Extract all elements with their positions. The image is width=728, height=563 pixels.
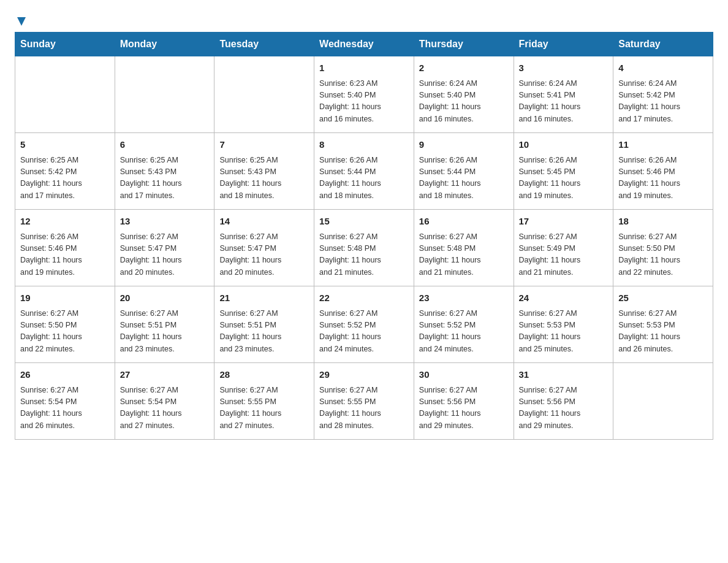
calendar-day-24: 24Sunrise: 6:27 AMSunset: 5:53 PMDayligh… (514, 286, 613, 363)
calendar-day-9: 9Sunrise: 6:26 AMSunset: 5:44 PMDaylight… (414, 133, 514, 210)
calendar-week-2: 5Sunrise: 6:25 AMSunset: 5:42 PMDaylight… (15, 133, 713, 210)
day-number: 27 (120, 368, 210, 382)
day-info: Sunrise: 6:27 AMSunset: 5:52 PMDaylight:… (419, 308, 509, 356)
day-number: 23 (419, 291, 509, 305)
day-info: Sunrise: 6:27 AMSunset: 5:55 PMDaylight:… (319, 385, 409, 432)
calendar-day-28: 28Sunrise: 6:27 AMSunset: 5:55 PMDayligh… (214, 363, 314, 440)
calendar-day-27: 27Sunrise: 6:27 AMSunset: 5:54 PMDayligh… (115, 363, 214, 440)
weekday-header-wednesday: Wednesday (314, 33, 414, 56)
day-number: 16 (419, 215, 509, 229)
calendar-table: SundayMondayTuesdayWednesdayThursdayFrid… (15, 32, 713, 440)
day-number: 10 (519, 138, 609, 152)
day-info: Sunrise: 6:26 AMSunset: 5:44 PMDaylight:… (419, 155, 509, 202)
calendar-day-29: 29Sunrise: 6:27 AMSunset: 5:55 PMDayligh… (314, 363, 414, 440)
calendar-week-4: 19Sunrise: 6:27 AMSunset: 5:50 PMDayligh… (15, 286, 713, 363)
calendar-day-21: 21Sunrise: 6:27 AMSunset: 5:51 PMDayligh… (214, 286, 314, 363)
day-info: Sunrise: 6:27 AMSunset: 5:56 PMDaylight:… (419, 385, 509, 432)
day-info: Sunrise: 6:24 AMSunset: 5:41 PMDaylight:… (519, 78, 609, 126)
calendar-day-26: 26Sunrise: 6:27 AMSunset: 5:54 PMDayligh… (15, 363, 115, 440)
day-info: Sunrise: 6:27 AMSunset: 5:50 PMDaylight:… (618, 231, 708, 279)
day-info: Sunrise: 6:25 AMSunset: 5:43 PMDaylight:… (219, 155, 309, 202)
day-info: Sunrise: 6:26 AMSunset: 5:44 PMDaylight:… (319, 155, 409, 202)
day-number: 7 (219, 138, 309, 152)
calendar-day-4: 4Sunrise: 6:24 AMSunset: 5:42 PMDaylight… (613, 56, 713, 133)
day-info: Sunrise: 6:27 AMSunset: 5:54 PMDaylight:… (120, 385, 210, 432)
day-info: Sunrise: 6:25 AMSunset: 5:43 PMDaylight:… (120, 155, 210, 202)
calendar-day-22: 22Sunrise: 6:27 AMSunset: 5:52 PMDayligh… (314, 286, 414, 363)
day-info: Sunrise: 6:27 AMSunset: 5:48 PMDaylight:… (419, 231, 509, 279)
calendar-day-25: 25Sunrise: 6:27 AMSunset: 5:53 PMDayligh… (613, 286, 713, 363)
day-number: 5 (20, 138, 110, 152)
calendar-empty-cell (613, 363, 713, 440)
calendar-empty-cell (214, 56, 314, 133)
logo (15, 15, 28, 25)
day-info: Sunrise: 6:27 AMSunset: 5:49 PMDaylight:… (519, 231, 609, 279)
day-info: Sunrise: 6:27 AMSunset: 5:55 PMDaylight:… (219, 385, 309, 432)
weekday-header-friday: Friday (514, 33, 613, 56)
day-number: 22 (319, 291, 409, 305)
day-number: 11 (618, 138, 708, 152)
day-info: Sunrise: 6:27 AMSunset: 5:54 PMDaylight:… (20, 385, 110, 432)
day-number: 25 (618, 291, 708, 305)
calendar-day-18: 18Sunrise: 6:27 AMSunset: 5:50 PMDayligh… (613, 210, 713, 286)
calendar-day-20: 20Sunrise: 6:27 AMSunset: 5:51 PMDayligh… (115, 286, 214, 363)
day-info: Sunrise: 6:26 AMSunset: 5:45 PMDaylight:… (519, 155, 609, 202)
calendar-day-10: 10Sunrise: 6:26 AMSunset: 5:45 PMDayligh… (514, 133, 613, 210)
calendar-day-1: 1Sunrise: 6:23 AMSunset: 5:40 PMDaylight… (314, 56, 414, 133)
day-number: 13 (120, 215, 210, 229)
day-info: Sunrise: 6:24 AMSunset: 5:42 PMDaylight:… (618, 78, 708, 126)
day-info: Sunrise: 6:27 AMSunset: 5:52 PMDaylight:… (319, 308, 409, 356)
calendar-week-3: 12Sunrise: 6:26 AMSunset: 5:46 PMDayligh… (15, 210, 713, 286)
day-number: 31 (519, 368, 609, 382)
weekday-header-saturday: Saturday (613, 33, 713, 56)
calendar-week-1: 1Sunrise: 6:23 AMSunset: 5:40 PMDaylight… (15, 56, 713, 133)
calendar-day-8: 8Sunrise: 6:26 AMSunset: 5:44 PMDaylight… (314, 133, 414, 210)
day-info: Sunrise: 6:24 AMSunset: 5:40 PMDaylight:… (419, 78, 509, 126)
calendar-day-5: 5Sunrise: 6:25 AMSunset: 5:42 PMDaylight… (15, 133, 115, 210)
day-info: Sunrise: 6:27 AMSunset: 5:50 PMDaylight:… (20, 308, 110, 356)
svg-marker-0 (17, 17, 26, 26)
weekday-header-thursday: Thursday (414, 33, 514, 56)
day-number: 17 (519, 215, 609, 229)
day-number: 26 (20, 368, 110, 382)
weekday-header-monday: Monday (115, 33, 214, 56)
day-number: 29 (319, 368, 409, 382)
calendar-day-2: 2Sunrise: 6:24 AMSunset: 5:40 PMDaylight… (414, 56, 514, 133)
day-info: Sunrise: 6:26 AMSunset: 5:46 PMDaylight:… (20, 231, 110, 279)
weekday-header-sunday: Sunday (15, 33, 115, 56)
day-number: 28 (219, 368, 309, 382)
calendar-day-17: 17Sunrise: 6:27 AMSunset: 5:49 PMDayligh… (514, 210, 613, 286)
day-info: Sunrise: 6:27 AMSunset: 5:51 PMDaylight:… (120, 308, 210, 356)
day-info: Sunrise: 6:26 AMSunset: 5:46 PMDaylight:… (618, 155, 708, 202)
calendar-day-30: 30Sunrise: 6:27 AMSunset: 5:56 PMDayligh… (414, 363, 514, 440)
weekday-header-tuesday: Tuesday (214, 33, 314, 56)
day-number: 21 (219, 291, 309, 305)
calendar-header-row: SundayMondayTuesdayWednesdayThursdayFrid… (15, 33, 713, 56)
day-number: 18 (618, 215, 708, 229)
day-number: 2 (419, 61, 509, 75)
calendar-day-31: 31Sunrise: 6:27 AMSunset: 5:56 PMDayligh… (514, 363, 613, 440)
day-info: Sunrise: 6:27 AMSunset: 5:56 PMDaylight:… (519, 385, 609, 432)
day-number: 20 (120, 291, 210, 305)
day-number: 4 (618, 61, 708, 75)
calendar-day-16: 16Sunrise: 6:27 AMSunset: 5:48 PMDayligh… (414, 210, 514, 286)
calendar-empty-cell (115, 56, 214, 133)
day-info: Sunrise: 6:27 AMSunset: 5:47 PMDaylight:… (219, 231, 309, 279)
day-number: 8 (319, 138, 409, 152)
day-number: 3 (519, 61, 609, 75)
day-number: 12 (20, 215, 110, 229)
calendar-empty-cell (15, 56, 115, 133)
day-number: 14 (219, 215, 309, 229)
calendar-day-11: 11Sunrise: 6:26 AMSunset: 5:46 PMDayligh… (613, 133, 713, 210)
day-number: 9 (419, 138, 509, 152)
calendar-day-3: 3Sunrise: 6:24 AMSunset: 5:41 PMDaylight… (514, 56, 613, 133)
day-info: Sunrise: 6:23 AMSunset: 5:40 PMDaylight:… (319, 78, 409, 126)
day-info: Sunrise: 6:27 AMSunset: 5:48 PMDaylight:… (319, 231, 409, 279)
day-info: Sunrise: 6:27 AMSunset: 5:51 PMDaylight:… (219, 308, 309, 356)
page-header (0, 0, 728, 32)
day-info: Sunrise: 6:27 AMSunset: 5:53 PMDaylight:… (618, 308, 708, 356)
day-info: Sunrise: 6:25 AMSunset: 5:42 PMDaylight:… (20, 155, 110, 202)
day-info: Sunrise: 6:27 AMSunset: 5:53 PMDaylight:… (519, 308, 609, 356)
day-number: 6 (120, 138, 210, 152)
calendar-day-7: 7Sunrise: 6:25 AMSunset: 5:43 PMDaylight… (214, 133, 314, 210)
